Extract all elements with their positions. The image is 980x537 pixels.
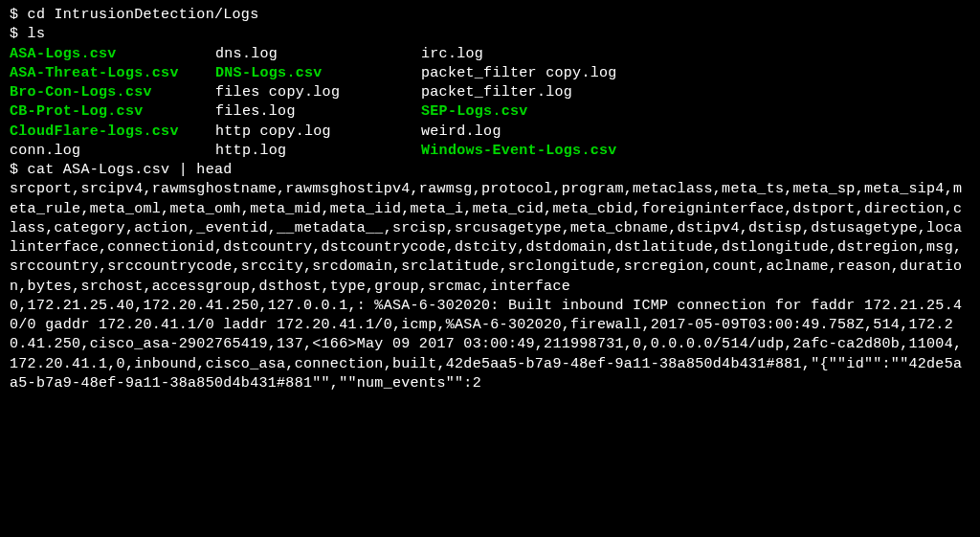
ls-file: CloudFlare-logs.csv [10, 123, 215, 142]
cat-output: srcport,srcipv4,rawmsghostname,rawmsghos… [10, 180, 970, 393]
ls-file: http copy.log [215, 123, 421, 142]
ls-file: weird.log [421, 123, 970, 142]
ls-file: ASA-Threat-Logs.csv [10, 64, 215, 83]
command-ls: $ ls [10, 25, 970, 44]
ls-file: CB-Prot-Log.csv [10, 102, 215, 122]
ls-file: conn.log [10, 142, 215, 161]
ls-output: ASA-Logs.csv dns.log irc.log ASA-Threat-… [10, 45, 970, 162]
ls-file: packet_filter.log [421, 83, 970, 102]
ls-file: packet_filter copy.log [421, 64, 970, 83]
ls-file: DNS-Logs.csv [215, 64, 421, 83]
ls-file: irc.log [421, 45, 970, 64]
command-cd: $ cd IntrusionDetection/Logs [10, 6, 970, 25]
ls-file: ASA-Logs.csv [10, 45, 215, 64]
command-cat: $ cat ASA-Logs.csv | head [10, 161, 970, 180]
ls-file: http.log [215, 142, 421, 161]
ls-file: Bro-Con-Logs.csv [10, 83, 215, 102]
ls-file: SEP-Logs.csv [421, 102, 970, 122]
ls-file: Windows-Event-Logs.csv [421, 142, 970, 161]
ls-file: dns.log [215, 45, 421, 64]
ls-file: files.log [215, 102, 421, 122]
ls-file: files copy.log [215, 83, 421, 102]
